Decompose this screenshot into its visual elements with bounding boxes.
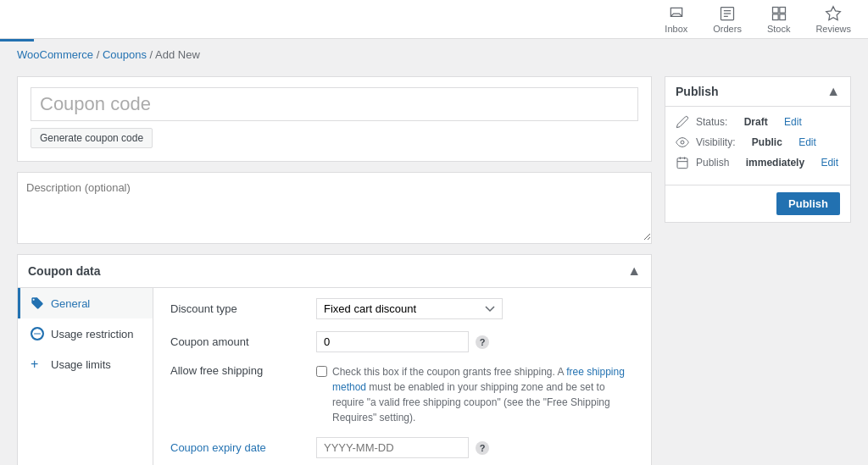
tab-usage-limits[interactable]: + Usage limits bbox=[18, 349, 153, 379]
publish-collapse-icon[interactable]: ▲ bbox=[826, 84, 840, 99]
top-bar-icons: Inbox Orders Stock Reviews bbox=[665, 5, 851, 34]
coupon-data-body: General Usage restriction + Usage limits bbox=[18, 288, 651, 465]
coupon-data-section: Coupon data ▲ General Usage restriction bbox=[17, 254, 652, 465]
inbox-icon bbox=[668, 5, 685, 22]
status-label: Status: bbox=[696, 116, 727, 128]
tab-usage-limits-label: Usage limits bbox=[51, 358, 111, 371]
coupon-code-section: Generate coupon code bbox=[17, 76, 652, 162]
coupon-fields: Discount type Percentage discount Fixed … bbox=[153, 288, 651, 465]
coupon-amount-help-icon[interactable]: ? bbox=[476, 335, 489, 349]
reviews-icon bbox=[825, 5, 842, 22]
left-content: Generate coupon code Coupon data ▲ Gener… bbox=[17, 76, 652, 465]
visibility-edit-link[interactable]: Edit bbox=[798, 136, 816, 148]
publish-status-row: Status: Draft Edit bbox=[676, 115, 840, 129]
tab-general-label: General bbox=[51, 297, 90, 310]
inbox-label: Inbox bbox=[665, 24, 687, 34]
breadcrumb: WooCommerce / Coupons / Add New bbox=[0, 42, 868, 68]
coupon-data-header: Coupon data ▲ bbox=[18, 255, 651, 288]
free-shipping-row: Allow free shipping Check this box if th… bbox=[170, 364, 634, 425]
svg-rect-5 bbox=[779, 7, 785, 13]
discount-type-select[interactable]: Percentage discount Fixed cart discount … bbox=[316, 298, 503, 319]
plus-icon: + bbox=[31, 357, 44, 371]
right-sidebar: Publish ▲ Status: Draft Edit Visibility:… bbox=[665, 76, 851, 223]
svg-point-9 bbox=[681, 141, 684, 144]
expiry-date-input-wrap: ? bbox=[316, 437, 489, 458]
expiry-date-label: Coupon expiry date bbox=[170, 437, 306, 454]
tab-usage-restriction-label: Usage restriction bbox=[51, 328, 134, 340]
publish-title: Publish bbox=[676, 85, 719, 98]
breadcrumb-coupons[interactable]: Coupons bbox=[103, 48, 147, 61]
svg-rect-4 bbox=[772, 7, 778, 13]
free-shipping-wrap: Check this box if the coupon grants free… bbox=[316, 364, 634, 425]
breadcrumb-woocommerce[interactable]: WooCommerce bbox=[17, 48, 93, 61]
reviews-nav[interactable]: Reviews bbox=[815, 5, 851, 34]
pencil-icon bbox=[676, 115, 689, 129]
stock-nav[interactable]: Stock bbox=[767, 5, 791, 34]
top-bar: Inbox Orders Stock Reviews bbox=[0, 0, 868, 39]
tab-usage-restriction[interactable]: Usage restriction bbox=[18, 318, 153, 349]
stock-label: Stock bbox=[767, 24, 791, 34]
tab-general[interactable]: General bbox=[18, 288, 153, 318]
svg-marker-8 bbox=[826, 6, 841, 19]
eye-icon bbox=[676, 136, 689, 149]
free-shipping-checkbox[interactable] bbox=[316, 366, 327, 377]
publish-button[interactable]: Publish bbox=[776, 192, 840, 215]
orders-label: Orders bbox=[713, 24, 742, 34]
breadcrumb-current: Add New bbox=[155, 48, 200, 61]
free-shipping-label: Allow free shipping bbox=[170, 364, 306, 377]
description-section bbox=[17, 172, 652, 244]
coupon-amount-label: Coupon amount bbox=[170, 331, 306, 348]
publish-date-row: Publish immediately Edit bbox=[676, 156, 840, 169]
restriction-icon bbox=[31, 327, 44, 340]
publish-box: Publish ▲ Status: Draft Edit Visibility:… bbox=[665, 76, 851, 223]
orders-nav[interactable]: Orders bbox=[713, 5, 742, 34]
publish-date-label: Publish bbox=[696, 157, 729, 169]
generate-coupon-button[interactable]: Generate coupon code bbox=[31, 128, 153, 148]
svg-rect-10 bbox=[677, 158, 687, 169]
publish-visibility-row: Visibility: Public Edit bbox=[676, 136, 840, 149]
publish-footer: Publish bbox=[665, 185, 850, 222]
calendar-icon bbox=[676, 156, 689, 169]
stock-icon bbox=[771, 5, 787, 22]
description-input[interactable] bbox=[18, 173, 651, 241]
block-icon bbox=[31, 327, 44, 340]
coupon-data-tabs: General Usage restriction + Usage limits bbox=[18, 288, 153, 465]
publish-body: Status: Draft Edit Visibility: Public Ed… bbox=[665, 107, 850, 185]
free-shipping-text: Check this box if the coupon grants free… bbox=[332, 364, 634, 425]
status-value: Draft bbox=[744, 116, 768, 128]
status-edit-link[interactable]: Edit bbox=[784, 116, 802, 128]
svg-rect-7 bbox=[779, 14, 785, 19]
coupon-data-title: Coupon data bbox=[28, 264, 101, 278]
coupon-amount-input-wrap: ? bbox=[316, 331, 489, 352]
inbox-nav[interactable]: Inbox bbox=[665, 5, 687, 34]
expiry-date-row: Coupon expiry date ? bbox=[170, 437, 634, 458]
publish-date-edit-link[interactable]: Edit bbox=[821, 157, 838, 169]
reviews-label: Reviews bbox=[815, 24, 851, 34]
expiry-date-input[interactable] bbox=[316, 437, 469, 458]
tag-icon bbox=[31, 296, 44, 310]
visibility-value: Public bbox=[752, 136, 782, 148]
main-layout: Generate coupon code Coupon data ▲ Gener… bbox=[0, 68, 868, 465]
svg-rect-6 bbox=[772, 14, 778, 19]
coupon-code-input[interactable] bbox=[31, 87, 638, 121]
publish-date-value: immediately bbox=[746, 157, 804, 169]
discount-type-row: Discount type Percentage discount Fixed … bbox=[170, 298, 634, 319]
expiry-date-help-icon[interactable]: ? bbox=[476, 441, 489, 455]
free-shipping-link[interactable]: free shipping method bbox=[332, 366, 625, 393]
publish-header: Publish ▲ bbox=[665, 77, 850, 107]
collapse-icon[interactable]: ▲ bbox=[627, 263, 641, 279]
coupon-amount-input[interactable] bbox=[316, 331, 469, 352]
discount-type-label: Discount type bbox=[170, 298, 306, 315]
coupon-amount-row: Coupon amount ? bbox=[170, 331, 634, 352]
visibility-label: Visibility: bbox=[696, 136, 735, 148]
orders-icon bbox=[719, 5, 736, 22]
discount-type-input-wrap: Percentage discount Fixed cart discount … bbox=[316, 298, 503, 319]
